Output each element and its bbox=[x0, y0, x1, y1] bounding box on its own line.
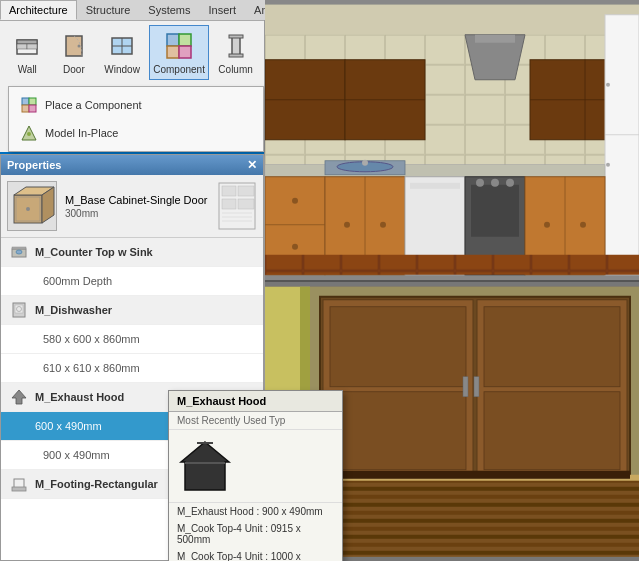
dishwasher-580-label: 580 x 600 x 860mm bbox=[43, 333, 140, 345]
svg-rect-79 bbox=[410, 183, 460, 189]
svg-marker-44 bbox=[181, 442, 229, 490]
svg-rect-109 bbox=[310, 510, 639, 514]
column-icon bbox=[220, 30, 252, 62]
svg-rect-62 bbox=[605, 15, 639, 275]
prop-dishwasher-580[interactable]: 580 x 600 x 860mm bbox=[1, 325, 263, 354]
svg-rect-15 bbox=[229, 54, 243, 57]
svg-rect-66 bbox=[265, 165, 605, 177]
counter-depth-label: 600mm Depth bbox=[43, 275, 112, 287]
svg-rect-9 bbox=[167, 34, 179, 46]
svg-rect-30 bbox=[222, 199, 236, 209]
model-inplace-icon bbox=[19, 123, 39, 143]
prop-dishwasher[interactable]: M_Dishwasher bbox=[1, 296, 263, 325]
svg-rect-45 bbox=[185, 462, 225, 464]
exhaust-popup-item-2[interactable]: M_Cook Top-4 Unit : 1000 x 525mm bbox=[169, 548, 342, 561]
cabinet-name: M_Base Cabinet-Single Door bbox=[65, 193, 209, 208]
prop-counter-top[interactable]: M_Counter Top w Sink bbox=[1, 238, 263, 267]
dishwasher-610-label: 610 x 610 x 860mm bbox=[43, 362, 140, 374]
svg-rect-102 bbox=[484, 306, 620, 386]
wall-label: Wall bbox=[18, 64, 37, 75]
footing-label: M_Footing-Rectangular bbox=[35, 478, 158, 490]
svg-point-82 bbox=[476, 179, 484, 187]
door-button[interactable]: Door bbox=[53, 25, 96, 80]
svg-rect-52 bbox=[265, 5, 639, 35]
wall-button[interactable]: Wall bbox=[6, 25, 49, 80]
column-label: Column bbox=[218, 64, 252, 75]
spacer-icon4 bbox=[17, 445, 37, 465]
svg-rect-99 bbox=[330, 391, 466, 469]
svg-rect-104 bbox=[474, 376, 479, 396]
svg-point-5 bbox=[77, 45, 80, 48]
exhaust-popup: M_Exhaust Hood Most Recently Used Typ M_… bbox=[168, 390, 343, 561]
svg-rect-10 bbox=[179, 34, 191, 46]
svg-point-65 bbox=[606, 163, 610, 167]
properties-title: Properties bbox=[7, 159, 61, 171]
cabinet-size: 300mm bbox=[65, 208, 209, 219]
exhaust-popup-item-1[interactable]: M_Cook Top-4 Unit : 0915 x 500mm bbox=[169, 520, 342, 548]
spacer-icon3 bbox=[17, 358, 37, 378]
svg-rect-31 bbox=[238, 199, 254, 209]
tab-insert[interactable]: Insert bbox=[200, 0, 246, 20]
tab-structure[interactable]: Structure bbox=[77, 0, 140, 20]
wall-icon bbox=[11, 30, 43, 62]
exhaust-popup-list: M_Exhaust Hood : 900 x 490mm M_Cook Top-… bbox=[169, 502, 342, 561]
svg-rect-43 bbox=[12, 487, 26, 491]
ribbon-dropdown: Place a Component Model In-Place bbox=[8, 86, 264, 152]
place-component-label: Place a Component bbox=[45, 99, 142, 111]
place-component-icon bbox=[19, 95, 39, 115]
svg-rect-111 bbox=[310, 526, 639, 530]
column-button[interactable]: Column bbox=[213, 25, 258, 80]
exhaust-600-label: 600 x 490mm bbox=[35, 420, 102, 432]
svg-rect-36 bbox=[12, 247, 26, 249]
svg-rect-113 bbox=[310, 542, 639, 546]
prop-dishwasher-610[interactable]: 610 x 610 x 860mm bbox=[1, 354, 263, 383]
svg-rect-106 bbox=[310, 486, 639, 490]
svg-point-73 bbox=[292, 244, 298, 250]
window-button[interactable]: Window bbox=[99, 25, 145, 80]
ribbon-content: Wall Door bbox=[0, 21, 264, 84]
svg-rect-81 bbox=[471, 185, 519, 237]
dishwasher-icon bbox=[9, 300, 29, 320]
dishwasher-label: M_Dishwasher bbox=[35, 304, 112, 316]
tab-architecture[interactable]: Architecture bbox=[0, 0, 77, 20]
place-component-item[interactable]: Place a Component bbox=[9, 91, 263, 119]
svg-rect-11 bbox=[167, 46, 179, 58]
svg-point-88 bbox=[580, 222, 586, 228]
model-inplace-item[interactable]: Model In-Place bbox=[9, 119, 263, 147]
prop-counter-depth[interactable]: 600mm Depth bbox=[1, 267, 263, 296]
exhaust-label: M_Exhaust Hood bbox=[35, 391, 124, 403]
counter-icon bbox=[9, 242, 29, 262]
spacer-icon2 bbox=[17, 329, 37, 349]
svg-rect-110 bbox=[310, 518, 639, 522]
model-inplace-label: Model In-Place bbox=[45, 127, 118, 139]
svg-point-83 bbox=[491, 179, 499, 187]
svg-rect-2 bbox=[17, 44, 27, 49]
door-icon bbox=[58, 30, 90, 62]
svg-point-77 bbox=[380, 222, 386, 228]
svg-rect-114 bbox=[310, 550, 639, 554]
svg-point-87 bbox=[544, 222, 550, 228]
svg-rect-103 bbox=[484, 391, 620, 469]
tab-systems[interactable]: Systems bbox=[139, 0, 199, 20]
svg-rect-1 bbox=[17, 40, 37, 44]
counter-label: M_Counter Top w Sink bbox=[35, 246, 153, 258]
svg-point-76 bbox=[344, 222, 350, 228]
properties-header: M_Base Cabinet-Single Door 300mm bbox=[1, 175, 263, 238]
spacer-icon bbox=[17, 271, 37, 291]
exhaust-popup-item-0[interactable]: M_Exhaust Hood : 900 x 490mm bbox=[169, 503, 342, 520]
svg-rect-14 bbox=[229, 35, 243, 38]
svg-rect-100 bbox=[463, 376, 468, 396]
svg-rect-107 bbox=[310, 494, 639, 498]
close-icon[interactable]: ✕ bbox=[247, 158, 257, 172]
svg-rect-98 bbox=[330, 306, 466, 386]
ribbon: Architecture Structure Systems Insert An… bbox=[0, 0, 264, 154]
footing-icon bbox=[9, 474, 29, 494]
component-button[interactable]: Component bbox=[149, 25, 209, 80]
viewport-top[interactable] bbox=[265, 0, 639, 280]
svg-point-72 bbox=[292, 198, 298, 204]
svg-marker-41 bbox=[12, 390, 26, 404]
door-label: Door bbox=[63, 64, 85, 75]
window-label: Window bbox=[104, 64, 140, 75]
ribbon-tabs: Architecture Structure Systems Insert An bbox=[0, 0, 264, 21]
exhaust-preview-icon bbox=[175, 436, 235, 496]
